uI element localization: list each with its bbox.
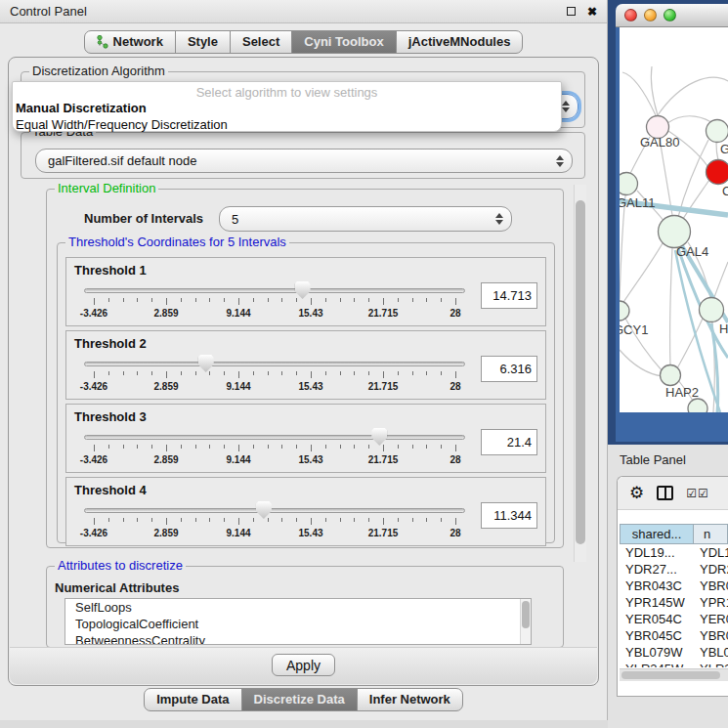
columns-icon[interactable]: [657, 486, 673, 500]
network-window-titlebar: [616, 4, 728, 27]
float-window-icon[interactable]: [567, 7, 576, 16]
attribute-item-selfloops[interactable]: SelfLoops: [65, 599, 531, 616]
popup-option-equal-width-frequency-discretization[interactable]: Equal Width/Frequency Discretization: [13, 116, 561, 133]
zoom-traffic-light-icon[interactable]: [664, 9, 676, 21]
main-scrollbar[interactable]: [574, 185, 586, 562]
tick-label: 28: [450, 381, 460, 392]
table-hscrollbar-thumb[interactable]: [621, 671, 720, 679]
table-data-group: Table Data galFiltered.sif default node: [21, 132, 585, 179]
tab-label: Infer Network: [369, 692, 450, 707]
slider-thumb[interactable]: [256, 501, 272, 519]
tick-label: 2.859: [153, 381, 178, 392]
tick-label: 28: [450, 308, 460, 319]
tab-infer-network[interactable]: Infer Network: [357, 688, 463, 711]
network-graph: GAL80GCGAL11GAL4GCY1HHAP2: [620, 27, 728, 412]
panel-title: Control Panel: [10, 4, 567, 19]
threshold-panel-2: Threshold 2-3.4262.8599.14415.4321.71528…: [65, 330, 546, 400]
combo-arrows-icon: [495, 213, 503, 225]
tab-impute-data[interactable]: Impute Data: [144, 688, 241, 711]
table-panel-window: ⚙ ☑☑ shared...n YDL19...YDL1YDR27...YDR2…: [617, 476, 728, 697]
cell-name: YPR1: [694, 594, 728, 611]
tick-label: 15.43: [298, 454, 322, 465]
slider-thumb[interactable]: [295, 281, 311, 299]
tab-label: Impute Data: [156, 692, 229, 707]
cell-name: YLR3: [694, 661, 728, 667]
node-label-gal4: GAL4: [676, 244, 708, 259]
screen: Control Panel ✖ NetworkStyleSelectCyni T…: [0, 0, 728, 728]
tab-network[interactable]: Network: [84, 30, 176, 54]
table-row[interactable]: YBL079WYBL0: [620, 644, 728, 661]
apply-button[interactable]: Apply: [272, 654, 335, 676]
number-of-intervals-combobox[interactable]: 5: [219, 206, 512, 232]
tab-discretize-data[interactable]: Discretize Data: [241, 688, 358, 711]
threshold-label: Threshold 3: [74, 409, 537, 424]
popup-option-manual-discretization[interactable]: Manual Discretization: [13, 100, 561, 116]
number-of-intervals-value: 5: [232, 212, 490, 227]
slider-thumb[interactable]: [198, 355, 214, 372]
table-row[interactable]: YDR27...YDR2: [620, 561, 728, 578]
slider-thumb[interactable]: [371, 428, 387, 446]
attribute-item-topologicalcoefficient[interactable]: TopologicalCoefficient: [65, 616, 531, 632]
table-row[interactable]: YER054CYER0: [620, 611, 728, 627]
threshold-value-field[interactable]: 21.4: [481, 429, 537, 455]
minimize-traffic-light-icon[interactable]: [644, 9, 657, 21]
group-title: Interval Definition: [55, 181, 158, 195]
table-header-row: shared...n: [620, 524, 728, 544]
tick-label: -3.426: [80, 381, 107, 392]
tick-label: 15.43: [298, 528, 322, 538]
tick-label: 15.43: [298, 381, 322, 392]
threshold-slider-2[interactable]: -3.4262.8599.14415.4321.71528: [82, 354, 467, 397]
threshold-slider-4[interactable]: -3.4262.8599.14415.4321.71528: [82, 500, 467, 543]
table-row[interactable]: YBR045CYBR0: [620, 627, 728, 644]
threshold-panel-4: Threshold 4-3.4262.8599.14415.4321.71528…: [65, 477, 546, 546]
node-gal11: [620, 173, 638, 195]
table-rows: YDL19...YDL1YDR27...YDR2YBR043CYBR0YPR14…: [620, 544, 728, 667]
table-toolbar: ⚙ ☑☑: [618, 477, 728, 510]
node-label-g: G: [720, 142, 728, 156]
threshold-slider-3[interactable]: -3.4262.8599.14415.4321.71528: [82, 427, 467, 470]
cell-shared-name: YDL19...: [620, 544, 694, 561]
attribute-item-betweennesscentrality[interactable]: BetweennessCentrality: [65, 632, 531, 645]
table-panel-header: Table Panel: [608, 445, 728, 474]
tab-jactivemnodules[interactable]: jActiveMNodules: [396, 30, 524, 54]
tick-label: 28: [450, 454, 460, 465]
attributes-listbox[interactable]: SelfLoopsTopologicalCoefficientBetweenne…: [64, 598, 532, 645]
table-row[interactable]: YBR043CYBR0: [620, 578, 728, 594]
cell-shared-name: YBL079W: [620, 644, 694, 661]
close-traffic-light-icon[interactable]: [624, 9, 637, 21]
node-label-hap2: HAP2: [665, 385, 699, 400]
table-horizontal-scrollbar[interactable]: [620, 668, 728, 681]
threshold-value-field[interactable]: 14.713: [481, 282, 537, 309]
tab-cyni-toolbox[interactable]: Cyni Toolbox: [291, 30, 396, 54]
tab-label: Select: [242, 34, 279, 49]
table-row[interactable]: YDL19...YDL1: [620, 544, 728, 561]
close-icon[interactable]: ✖: [587, 6, 597, 18]
network-tab-icon: [97, 35, 108, 49]
tab-style[interactable]: Style: [175, 30, 231, 54]
apply-band: Apply: [10, 647, 597, 684]
main-scrollbar-thumb[interactable]: [576, 200, 585, 544]
tick-label: 9.144: [226, 454, 250, 465]
threshold-value-field[interactable]: 6.316: [481, 356, 537, 382]
gear-icon[interactable]: ⚙: [629, 485, 644, 501]
node-bottom: [688, 399, 707, 412]
list-scrollbar[interactable]: [520, 599, 531, 644]
table-row[interactable]: YLR345WYLR3: [620, 661, 728, 667]
threshold-slider-1[interactable]: -3.4262.8599.14415.4321.71528: [82, 280, 467, 323]
attributes-group: Attributes to discretize Numerical Attri…: [46, 566, 564, 648]
threshold-value-field[interactable]: 11.344: [481, 502, 537, 529]
table-row[interactable]: YPR145WYPR1: [620, 594, 728, 611]
cell-shared-name: YBR045C: [620, 627, 694, 644]
list-scrollbar-thumb[interactable]: [522, 601, 530, 628]
checkbox-icons[interactable]: ☑☑: [686, 487, 709, 500]
tick-label: 21.715: [368, 454, 399, 465]
network-canvas[interactable]: GAL80GCGAL11GAL4GCY1HHAP2: [620, 27, 728, 412]
tab-select[interactable]: Select: [230, 30, 292, 54]
table-data-combobox[interactable]: galFiltered.sif default node: [35, 149, 573, 173]
node-label-h: H: [719, 321, 728, 336]
column-header-1[interactable]: shared...: [620, 524, 694, 544]
combo-arrows-icon: [556, 155, 564, 167]
column-header-2[interactable]: n: [694, 524, 728, 544]
cell-shared-name: YBR043C: [620, 578, 694, 594]
cell-name: YBR0: [694, 627, 728, 644]
